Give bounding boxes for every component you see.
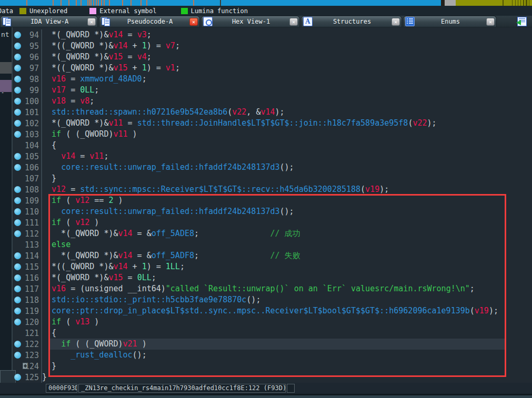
scroll-grip[interactable] (23, 363, 27, 369)
code-line[interactable]: 123 _rust_dealloc(); (13, 350, 532, 361)
line-number: 94 (23, 30, 39, 40)
breakpoint-icon[interactable] (13, 129, 23, 140)
line-number: 101 (23, 108, 39, 117)
code-line[interactable]: 121 { (13, 328, 532, 339)
code-line[interactable]: 101 std::thread::spawn::h07216e9b542ea8b… (13, 107, 532, 118)
code-line[interactable]: 96 *(_QWORD *)&v15 = v4; (13, 52, 532, 63)
breakpoint-slot[interactable] (13, 328, 23, 339)
close-tab-icon[interactable]: ✕ (289, 18, 298, 26)
code-line[interactable]: 94 *(_QWORD *)&v14 = v3; (13, 29, 532, 40)
breakpoint-icon[interactable] (13, 372, 23, 383)
code-line[interactable]: 118 std::io::stdio::_print::h5cbb3fae9e7… (13, 294, 532, 305)
navigator-band[interactable] (0, 0, 532, 6)
tab-structures[interactable]: A Structures ✕ (301, 16, 402, 27)
code-line[interactable]: 115 *((_QWORD *)&v14 + 1) = 1LL; (13, 261, 532, 272)
breakpoint-icon[interactable] (13, 272, 23, 283)
code-line[interactable]: 100 v18 = v8; (13, 96, 532, 107)
nav-band-segment (515, 0, 516, 6)
code-line[interactable]: 120 if ( v13 ) (13, 317, 532, 328)
code-line[interactable]: 117 v16 = (unsigned __int64)"called `Res… (13, 283, 532, 294)
pseudocode-view[interactable]: 94 *(_QWORD *)&v14 = v3;95 *((_QWORD *)&… (13, 27, 532, 383)
breakpoint-slot[interactable] (13, 140, 23, 151)
close-tab-active-icon[interactable]: ✕ (189, 18, 198, 26)
line-number: 95 (23, 42, 39, 51)
breakpoint-icon[interactable] (13, 63, 23, 74)
location-box: _ZN13re_checkin_rs4main17h7930adfed10cc1… (78, 384, 286, 393)
breakpoint-icon[interactable] (13, 317, 23, 328)
code-line[interactable]: 125} (13, 372, 532, 383)
code-line[interactable]: 98 v16 = xmmword_48AD0; (13, 74, 532, 85)
code-line[interactable]: 108 v12 = std::sync::mpsc::Receiver$LT$T… (13, 184, 532, 195)
breakpoint-icon[interactable] (13, 52, 23, 63)
structures-icon: A (303, 17, 313, 26)
breakpoint-icon[interactable] (13, 107, 23, 118)
code-text: v14 = v11; (41, 151, 532, 162)
breakpoint-slot[interactable] (13, 361, 23, 372)
nav-band-segment (512, 0, 513, 6)
breakpoint-icon[interactable] (13, 29, 23, 40)
tab-enums[interactable]: Enums ✕ (403, 16, 497, 27)
code-line[interactable]: 116 *(_QWORD *)&v15 = 0LL; (13, 272, 532, 283)
nav-band-segment (131, 0, 132, 6)
close-tab-icon[interactable]: ✕ (87, 18, 96, 26)
spare-box (287, 384, 295, 393)
breakpoint-icon[interactable] (13, 350, 23, 361)
code-line[interactable]: 106 core::result::unwrap_failed::hfaddf2… (13, 162, 532, 173)
code-text: core::result::unwrap_failed::hfaddf24b24… (41, 206, 532, 217)
breakpoint-icon[interactable] (13, 283, 23, 294)
breakpoint-icon[interactable] (13, 184, 23, 195)
tab-ida-view-a[interactable]: IDA View-A ✕ (0, 16, 98, 27)
window-list-icon[interactable] (517, 17, 527, 26)
code-line[interactable]: 110 core::result::unwrap_failed::hfaddf2… (13, 206, 532, 217)
breakpoint-icon[interactable] (13, 261, 23, 272)
nav-band-segment (220, 0, 221, 6)
line-number: 125 (23, 373, 39, 382)
breakpoint-slot[interactable] (13, 239, 23, 250)
code-line[interactable]: 107 } (13, 173, 532, 184)
tab-pseudocode-a[interactable]: Pseudocode-A ✕ (99, 16, 200, 27)
code-line[interactable]: 103 if ( (_QWORD)v11 ) (13, 129, 532, 140)
code-line[interactable]: 122 if ( (_QWORD)v21 ) (13, 339, 532, 350)
breakpoint-icon[interactable] (13, 195, 23, 206)
breakpoint-icon[interactable] (13, 151, 23, 162)
breakpoint-icon[interactable] (13, 305, 23, 317)
breakpoint-icon[interactable] (13, 217, 23, 228)
code-line[interactable]: 113 else (13, 239, 532, 250)
code-line[interactable]: 95 *((_QWORD *)&v14 + 1) = v7; (13, 40, 532, 52)
code-line[interactable]: 104 { (13, 140, 532, 151)
line-number: 116 (23, 273, 39, 283)
close-tab-icon[interactable]: ✕ (392, 18, 400, 26)
breakpoint-icon[interactable] (13, 339, 23, 350)
breakpoint-icon[interactable] (13, 40, 23, 52)
code-line[interactable]: 111 if ( v12 ) (13, 217, 532, 228)
nav-band-segment (140, 0, 142, 6)
breakpoint-icon[interactable] (13, 74, 23, 85)
code-line[interactable]: 124 } (13, 361, 532, 372)
code-line[interactable]: 109 if ( v12 == 2 ) (13, 195, 532, 206)
ida-window: Data Unexplored External symbol Lumina f… (0, 0, 532, 398)
code-line[interactable]: 99 v17 = 0LL; (13, 85, 532, 96)
enums-list-icon (405, 17, 415, 26)
breakpoint-icon[interactable] (13, 250, 23, 261)
hex-view-icon (203, 17, 213, 26)
breakpoint-icon[interactable] (13, 118, 23, 129)
breakpoint-icon[interactable] (13, 294, 23, 305)
close-tab-icon[interactable]: ✕ (486, 18, 495, 26)
breakpoint-icon[interactable] (13, 162, 23, 173)
code-line[interactable]: 102 *(_QWORD *)&v11 = std::thread::JoinH… (13, 118, 532, 129)
tab-hex-view-1[interactable]: Hex View-1 ✕ (201, 16, 300, 27)
line-number: 121 (23, 329, 39, 338)
breakpoint-icon[interactable] (13, 85, 23, 96)
breakpoint-icon[interactable] (13, 206, 23, 217)
breakpoint-icon[interactable] (13, 96, 23, 107)
code-line[interactable]: 119 core::ptr::drop_in_place$LT$std..syn… (13, 305, 532, 317)
code-text: *(_QWORD *)&v15 = v4; (41, 52, 532, 63)
breakpoint-icon[interactable] (13, 228, 23, 239)
code-line[interactable]: 114 *(_QWORD *)&v14 = &off_5ADF8; // 失败 (13, 250, 532, 261)
breakpoint-slot[interactable] (13, 173, 23, 184)
nav-band-segment (61, 0, 62, 6)
code-line[interactable]: 105 v14 = v11; (13, 151, 532, 162)
code-line[interactable]: 97 *((_QWORD *)&v15 + 1) = v1; (13, 63, 532, 74)
legend-label-unexplored: Unexplored (29, 7, 67, 15)
code-line[interactable]: 112 *(_QWORD *)&v14 = &off_5ADE8; // 成功 (13, 228, 532, 239)
